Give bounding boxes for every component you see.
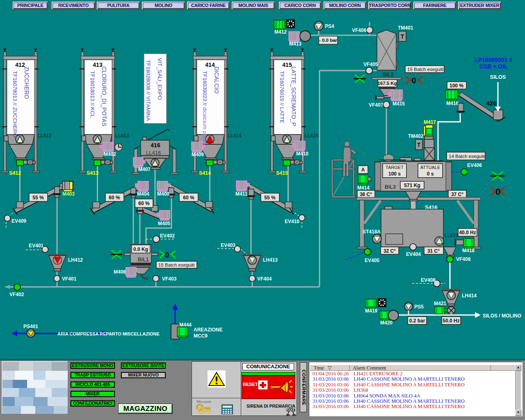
svg-text:VF403: VF403 bbox=[162, 276, 177, 282]
svg-text:BIL3: BIL3 bbox=[385, 184, 396, 190]
svg-text:55 %: 55 % bbox=[264, 195, 276, 201]
svg-text:LH413: LH413 bbox=[263, 257, 278, 263]
svg-text:0: 0 bbox=[495, 187, 500, 197]
svg-text:36 C°: 36 C° bbox=[360, 192, 372, 197]
svg-text:LL412: LL412 bbox=[38, 133, 52, 139]
svg-text:LL419: LL419 bbox=[445, 233, 459, 238]
svg-text:100 %: 100 % bbox=[450, 83, 463, 89]
svg-text:0.0 Kg: 0.0 Kg bbox=[133, 247, 148, 252]
svg-text:DICALCIO: DICALCIO bbox=[213, 66, 220, 94]
svg-text:LL413: LL413 bbox=[115, 133, 129, 139]
svg-text:0 s: 0 s bbox=[427, 171, 434, 177]
svg-text:M416: M416 bbox=[446, 100, 459, 106]
svg-text:100 s: 100 s bbox=[388, 171, 401, 177]
svg-text:M405: M405 bbox=[158, 221, 170, 226]
svg-text:M411: M411 bbox=[235, 191, 248, 197]
svg-text:ZUCCHERO: ZUCCHERO bbox=[23, 66, 30, 99]
svg-text:M414: M414 bbox=[357, 185, 370, 191]
svg-text:EV409: EV409 bbox=[11, 218, 26, 224]
svg-text:M417: M417 bbox=[424, 119, 436, 125]
svg-text:S415: S415 bbox=[276, 170, 288, 176]
svg-text:EV405: EV405 bbox=[365, 258, 379, 263]
svg-text:40.0 Hz: 40.0 Hz bbox=[459, 230, 476, 235]
svg-text:15 Batch eseguiti: 15 Batch eseguiti bbox=[158, 262, 194, 267]
svg-text:M420: M420 bbox=[380, 320, 393, 326]
svg-text:ARIA COMPRESSA REPARTO MISCELL: ARIA COMPRESSA REPARTO MISCELLAZIONE bbox=[57, 331, 160, 336]
svg-text:0: 0 bbox=[165, 251, 169, 259]
svg-text:LP16089001 //: LP16089001 // bbox=[475, 57, 512, 63]
svg-text:VF408: VF408 bbox=[456, 256, 471, 262]
svg-text:SILOS / MOLINO: SILOS / MOLINO bbox=[483, 313, 521, 319]
svg-text:LH412: LH412 bbox=[68, 257, 83, 263]
svg-text:420: 420 bbox=[486, 100, 496, 107]
svg-text:60 %: 60 % bbox=[138, 201, 150, 206]
svg-text:S414: S414 bbox=[199, 170, 211, 176]
svg-text:M418: M418 bbox=[462, 248, 475, 253]
svg-text:167.5 Kg: 167.5 Kg bbox=[377, 81, 397, 86]
svg-text:EV404: EV404 bbox=[406, 251, 421, 257]
svg-text:TF16078013 // ZUCCHERO: TF16078013 // ZUCCHERO bbox=[12, 71, 18, 137]
svg-text:BIL2: BIL2 bbox=[383, 71, 394, 78]
svg-text:M419: M419 bbox=[365, 308, 377, 314]
svg-text:BIL1: BIL1 bbox=[138, 256, 149, 262]
svg-text:15 Batch eseguiti: 15 Batch eseguiti bbox=[407, 67, 443, 72]
svg-text:LL416: LL416 bbox=[146, 150, 161, 156]
svg-text:PS4: PS4 bbox=[325, 23, 334, 29]
svg-text:TM402: TM402 bbox=[408, 133, 424, 139]
svg-text:M421: M421 bbox=[434, 301, 446, 306]
svg-text:60 %: 60 % bbox=[109, 195, 120, 201]
svg-text:VF406: VF406 bbox=[352, 27, 367, 33]
svg-text:S413: S413 bbox=[87, 170, 98, 176]
svg-text:CLORURO_DI_POTAS: CLORURO_DI_POTAS bbox=[101, 66, 107, 126]
svg-text:VF404: VF404 bbox=[257, 276, 272, 282]
svg-text:T: T bbox=[417, 142, 421, 148]
svg-text:0.2 bar: 0.2 bar bbox=[409, 318, 425, 324]
svg-text:CSB + OIL: CSB + OIL bbox=[479, 63, 508, 70]
svg-text:50.0 Hz: 50.0 Hz bbox=[443, 318, 459, 324]
svg-text:32 C°: 32 C° bbox=[383, 248, 396, 254]
svg-text:M406: M406 bbox=[114, 269, 126, 275]
svg-text:M409: M409 bbox=[192, 152, 204, 158]
svg-text:SILOS: SILOS bbox=[490, 74, 506, 80]
svg-text:EV403: EV403 bbox=[221, 242, 235, 248]
svg-text:M408: M408 bbox=[157, 191, 169, 197]
svg-text:416: 416 bbox=[151, 142, 160, 148]
svg-text:S412: S412 bbox=[9, 170, 21, 176]
svg-text:571 Kg: 571 Kg bbox=[404, 183, 420, 188]
svg-text:14 Batch eseguiti: 14 Batch eseguiti bbox=[449, 154, 485, 159]
svg-text:37 C°: 37 C° bbox=[451, 192, 463, 197]
svg-text:LL415: LL415 bbox=[305, 133, 319, 139]
svg-text:VF401: VF401 bbox=[62, 276, 77, 282]
svg-text:M403: M403 bbox=[62, 191, 75, 197]
svg-text:60 %: 60 % bbox=[183, 195, 194, 201]
svg-text:EV401: EV401 bbox=[29, 243, 43, 249]
svg-text:ST418A: ST418A bbox=[363, 229, 381, 235]
svg-text:TF16076019 // LATTE: TF16076019 // LATTE bbox=[279, 71, 285, 123]
svg-text:AREAZIONE: AREAZIONE bbox=[194, 327, 223, 333]
svg-text:VIT_SALI_EXPO: VIT_SALI_EXPO bbox=[157, 58, 163, 100]
svg-text:55 %: 55 % bbox=[32, 195, 44, 201]
svg-text:TARGET: TARGET bbox=[386, 165, 404, 170]
svg-text:0: 0 bbox=[411, 76, 416, 85]
svg-text:MCC9: MCC9 bbox=[194, 333, 208, 339]
svg-text:VF405: VF405 bbox=[363, 62, 378, 67]
svg-text:TM401: TM401 bbox=[398, 25, 413, 31]
svg-text:VF407: VF407 bbox=[369, 102, 383, 108]
svg-text:ATTUALE: ATTUALE bbox=[420, 165, 441, 170]
svg-text:A: A bbox=[361, 167, 365, 173]
svg-text:- 0.0 bar: - 0.0 bar bbox=[319, 38, 338, 43]
svg-text:EV406: EV406 bbox=[467, 162, 482, 168]
svg-text:M407: M407 bbox=[138, 167, 151, 172]
svg-text:EV408: EV408 bbox=[421, 277, 436, 283]
svg-text:M444: M444 bbox=[179, 322, 192, 328]
svg-text:M404: M404 bbox=[137, 191, 149, 197]
svg-text:TF16018013 // KCL: TF16018013 // KCL bbox=[89, 71, 96, 117]
svg-text:LATTE_SCREMATO_P: LATTE_SCREMATO_P bbox=[290, 66, 297, 126]
svg-text:M402: M402 bbox=[104, 151, 116, 157]
svg-text:VF402: VF402 bbox=[9, 292, 24, 297]
svg-text:EV410: EV410 bbox=[285, 219, 299, 224]
svg-text:M413: M413 bbox=[289, 41, 301, 47]
svg-text:TF16039023 // dicalcium phos: TF16039023 // dicalcium phos bbox=[202, 71, 208, 143]
svg-text:LH414: LH414 bbox=[462, 293, 477, 299]
svg-text:M410: M410 bbox=[296, 151, 308, 157]
